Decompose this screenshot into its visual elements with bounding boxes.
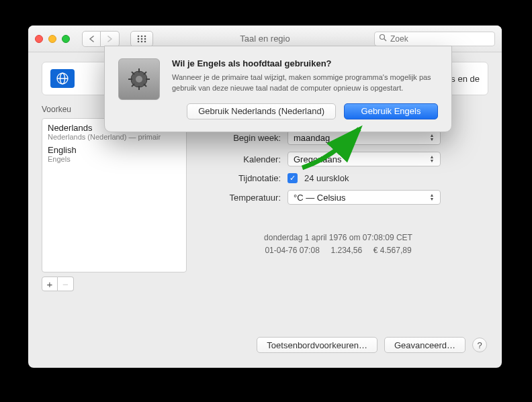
svg-line-10 — [384, 39, 386, 41]
calendar-dropdown[interactable]: Gregoriaans ▲▼ — [287, 152, 441, 166]
back-button[interactable] — [82, 31, 101, 47]
fullscreen-window-button[interactable] — [62, 35, 70, 43]
svg-point-8 — [144, 40, 146, 42]
window-controls — [35, 35, 70, 43]
calendar-label: Kalender: — [202, 154, 281, 164]
use-engels-button[interactable]: Gebruik Engels — [344, 103, 438, 119]
language-change-dialog: Wil je Engels als hoofdtaal gebruiken? W… — [104, 46, 452, 132]
footer-buttons: Toetsenbordvoorkeuren… Geavanceerd… ? — [28, 337, 502, 353]
add-language-button[interactable]: + — [42, 277, 58, 291]
add-remove-buttons: + − — [42, 277, 187, 291]
search-field[interactable] — [374, 32, 495, 46]
temperature-label: Temperatuur: — [202, 193, 281, 203]
time-format-checkbox-label: 24 uursklok — [304, 173, 349, 183]
chevron-updown-icon: ▲▼ — [427, 152, 437, 166]
begin-week-label: Begin week: — [202, 133, 281, 143]
time-format-checkbox[interactable]: ✓ — [287, 173, 298, 183]
show-all-button[interactable] — [130, 31, 153, 47]
chevron-updown-icon: ▲▼ — [427, 131, 437, 144]
svg-point-0 — [138, 35, 140, 37]
svg-point-5 — [144, 38, 146, 40]
time-format-label: Tijdnotatie: — [202, 173, 281, 183]
close-window-button[interactable] — [35, 35, 43, 43]
language-item-english[interactable]: English Engels — [48, 145, 181, 163]
banner-text-suffix: s en de — [451, 74, 480, 84]
svg-point-1 — [141, 35, 143, 37]
begin-week-dropdown[interactable]: maandag ▲▼ — [287, 130, 441, 145]
search-icon — [379, 34, 387, 44]
globe-flag-icon — [50, 69, 75, 88]
chevron-updown-icon: ▲▼ — [427, 191, 437, 204]
gear-icon — [118, 58, 160, 100]
language-list[interactable]: Nederlands Nederlands (Nederland) — prim… — [42, 118, 187, 272]
svg-line-21 — [144, 84, 146, 87]
svg-point-2 — [144, 35, 146, 37]
nav-buttons — [82, 31, 120, 47]
svg-line-23 — [132, 84, 134, 87]
sidebar: Voorkeu Nederlands Nederlands (Nederland… — [42, 105, 187, 291]
forward-button[interactable] — [101, 31, 120, 47]
dialog-title: Wil je Engels als hoofdtaal gebruiken? — [172, 58, 438, 68]
svg-line-20 — [132, 72, 134, 74]
search-input[interactable] — [390, 34, 490, 44]
svg-point-7 — [141, 40, 143, 42]
keyboard-preferences-button[interactable]: Toetsenbordvoorkeuren… — [257, 337, 378, 353]
svg-point-9 — [380, 35, 385, 40]
remove-language-button[interactable]: − — [58, 277, 74, 291]
use-nederlands-button[interactable]: Gebruik Nederlands (Nederland) — [187, 103, 336, 119]
svg-point-4 — [141, 38, 143, 40]
svg-line-22 — [144, 72, 146, 74]
svg-point-15 — [136, 76, 142, 83]
svg-point-6 — [138, 40, 140, 42]
dialog-body: Wanneer je de primaire taal wijzigt, mak… — [172, 72, 438, 94]
temperature-dropdown[interactable]: °C — Celsius ▲▼ — [287, 190, 441, 205]
help-button[interactable]: ? — [472, 338, 487, 352]
minimize-window-button[interactable] — [48, 35, 56, 43]
settings-panel: x Begin week: maandag ▲▼ Kalender: Grego… — [187, 105, 488, 291]
svg-point-3 — [138, 38, 140, 40]
advanced-button[interactable]: Geavanceerd… — [384, 337, 466, 353]
format-examples: donderdag 1 april 1976 om 07:08:09 CET 0… — [202, 232, 488, 257]
